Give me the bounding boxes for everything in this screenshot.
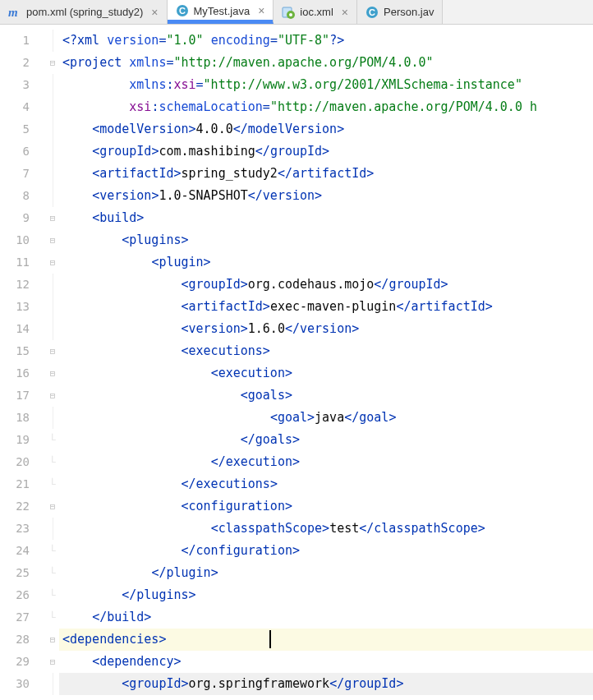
tab-label: pom.xml (spring_study2) xyxy=(26,6,143,18)
tab-3[interactable]: CPerson.jav xyxy=(357,0,443,24)
line-number[interactable]: 2 xyxy=(0,52,46,74)
line-number[interactable]: 9 xyxy=(0,207,46,229)
line-number[interactable]: 15 xyxy=(0,340,46,362)
tab-1[interactable]: CMyTest.java× xyxy=(168,0,274,24)
line-number[interactable]: 10 xyxy=(0,229,46,251)
fold-marker[interactable]: └ xyxy=(46,451,59,473)
code-line[interactable]: <version>1.6.0</version> xyxy=(59,318,593,340)
code-line[interactable]: </execution> xyxy=(59,451,593,473)
code-line[interactable]: xmlns:xsi="http://www.w3.org/2001/XMLSch… xyxy=(59,74,593,96)
code-line[interactable]: </goals> xyxy=(59,429,593,451)
code-line[interactable]: <?xml version="1.0" encoding="UTF-8"?> xyxy=(59,30,593,52)
fold-marker xyxy=(46,518,59,540)
code-line[interactable]: <project xmlns="http://maven.apache.org/… xyxy=(59,52,593,74)
code-line[interactable]: </build> xyxy=(59,606,593,629)
fold-marker xyxy=(46,407,59,429)
fold-marker xyxy=(46,185,59,207)
code-line[interactable]: <version>1.0-SNAPSHOT</version> xyxy=(59,185,593,207)
fold-marker[interactable]: └ xyxy=(46,473,59,495)
svg-text:C: C xyxy=(369,7,375,17)
fold-marker xyxy=(46,118,59,140)
code-line[interactable]: <modelVersion>4.0.0</modelVersion> xyxy=(59,118,593,140)
fold-marker[interactable]: ⊟ xyxy=(46,629,59,651)
close-icon[interactable]: × xyxy=(151,6,158,19)
line-number[interactable]: 14 xyxy=(0,318,46,340)
line-number[interactable]: 22 xyxy=(0,495,46,518)
code-line[interactable]: <goals> xyxy=(59,385,593,407)
fold-marker[interactable]: ⊟ xyxy=(46,495,59,518)
code-line[interactable]: <dependencies> xyxy=(59,629,593,651)
fold-marker xyxy=(46,30,59,52)
line-number[interactable]: 27 xyxy=(0,606,46,629)
code-content[interactable]: <?xml version="1.0" encoding="UTF-8"?><p… xyxy=(59,25,593,700)
code-line[interactable]: </configuration> xyxy=(59,540,593,562)
code-line[interactable]: </plugins> xyxy=(59,584,593,606)
line-number[interactable]: 6 xyxy=(0,140,46,163)
fold-marker[interactable]: ⊟ xyxy=(46,340,59,362)
fold-marker[interactable]: ⊟ xyxy=(46,385,59,407)
close-icon[interactable]: × xyxy=(342,6,348,19)
code-line[interactable]: <execution> xyxy=(59,362,593,385)
code-line[interactable]: <goal>java</goal> xyxy=(59,407,593,429)
code-line[interactable]: <artifactId>exec-maven-plugin</artifactI… xyxy=(59,296,593,318)
editor-area: 1234567891011121314151617181920212223242… xyxy=(0,25,593,700)
line-number[interactable]: 28 xyxy=(0,629,46,651)
code-line[interactable]: <dependency> xyxy=(59,651,593,673)
fold-marker xyxy=(46,673,59,695)
tab-label: MyTest.java xyxy=(194,5,251,17)
code-line[interactable]: <classpathScope>test</classpathScope> xyxy=(59,518,593,540)
code-line[interactable]: <plugins> xyxy=(59,229,593,251)
line-number[interactable]: 18 xyxy=(0,407,46,429)
fold-marker[interactable]: └ xyxy=(46,562,59,584)
fold-marker[interactable]: ⊟ xyxy=(46,251,59,274)
tab-0[interactable]: mpom.xml (spring_study2)× xyxy=(0,0,168,24)
code-line[interactable]: <executions> xyxy=(59,340,593,362)
fold-marker[interactable]: └ xyxy=(46,606,59,629)
fold-marker[interactable]: └ xyxy=(46,540,59,562)
line-number[interactable]: 26 xyxy=(0,584,46,606)
line-number[interactable]: 21 xyxy=(0,473,46,495)
code-line[interactable]: <groupId>org.springframework</groupId> xyxy=(59,673,593,695)
code-line[interactable]: <groupId>org.codehaus.mojo</groupId> xyxy=(59,274,593,296)
line-number[interactable]: 19 xyxy=(0,429,46,451)
line-number[interactable]: 1 xyxy=(0,30,46,52)
line-number[interactable]: 23 xyxy=(0,518,46,540)
line-number[interactable]: 29 xyxy=(0,651,46,673)
line-number[interactable]: 8 xyxy=(0,185,46,207)
tab-label: Person.jav xyxy=(384,6,434,18)
tab-2[interactable]: ioc.xml× xyxy=(274,0,357,24)
code-line[interactable]: xsi:schemaLocation="http://maven.apache.… xyxy=(59,96,593,118)
line-number[interactable]: 16 xyxy=(0,362,46,385)
line-number[interactable]: 25 xyxy=(0,562,46,584)
fold-marker[interactable]: ⊟ xyxy=(46,229,59,251)
code-line[interactable]: </executions> xyxy=(59,473,593,495)
line-number[interactable]: 30 xyxy=(0,673,46,695)
code-line[interactable]: <build> xyxy=(59,207,593,229)
line-number[interactable]: 7 xyxy=(0,163,46,185)
code-line[interactable]: <plugin> xyxy=(59,251,593,274)
fold-marker xyxy=(46,274,59,296)
code-line[interactable]: <groupId>com.mashibing</groupId> xyxy=(59,140,593,163)
line-number[interactable]: 3 xyxy=(0,74,46,96)
code-line[interactable]: <configuration> xyxy=(59,495,593,518)
line-number[interactable]: 4 xyxy=(0,96,46,118)
fold-marker xyxy=(46,140,59,163)
class-icon: C xyxy=(365,6,379,19)
fold-marker[interactable]: ⊟ xyxy=(46,52,59,74)
line-number[interactable]: 12 xyxy=(0,274,46,296)
code-line[interactable]: <artifactId>spring_study2</artifactId> xyxy=(59,163,593,185)
fold-marker[interactable]: ⊟ xyxy=(46,651,59,673)
fold-marker[interactable]: └ xyxy=(46,584,59,606)
fold-marker[interactable]: ⊟ xyxy=(46,207,59,229)
line-number[interactable]: 17 xyxy=(0,385,46,407)
close-icon[interactable]: × xyxy=(258,4,264,17)
fold-column: ⊟⊟⊟⊟⊟⊟⊟└└└⊟└└└└⊟⊟ xyxy=(46,25,59,700)
code-line[interactable]: </plugin> xyxy=(59,562,593,584)
line-number[interactable]: 13 xyxy=(0,296,46,318)
fold-marker[interactable]: ⊟ xyxy=(46,362,59,385)
line-number[interactable]: 5 xyxy=(0,118,46,140)
fold-marker[interactable]: └ xyxy=(46,429,59,451)
line-number[interactable]: 24 xyxy=(0,540,46,562)
line-number[interactable]: 20 xyxy=(0,451,46,473)
line-number[interactable]: 11 xyxy=(0,251,46,274)
